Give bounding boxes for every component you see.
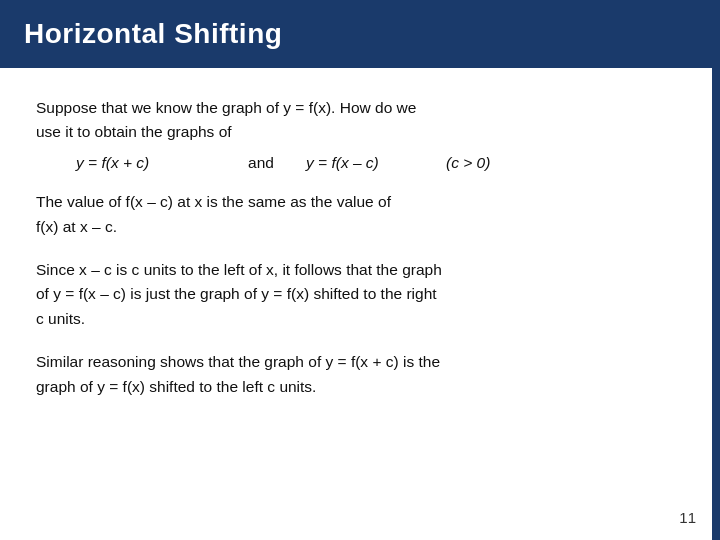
slide-title: Horizontal Shifting [24, 18, 282, 50]
para1-line1: The value of f(x – c) at x is the same a… [36, 193, 391, 210]
intro-line1: Suppose that we know the graph of y = f(… [36, 99, 416, 116]
formula-1: y = f(x + c) [76, 154, 216, 172]
paragraph-3: Similar reasoning shows that the graph o… [36, 350, 684, 400]
para2-line2: of y = f(x – c) is just the graph of y =… [36, 285, 437, 302]
para1-line2: f(x) at x – c. [36, 218, 117, 235]
condition: (c > 0) [446, 154, 490, 172]
right-border-decoration [712, 0, 720, 540]
formula-2: y = f(x – c) [306, 154, 436, 172]
title-bar: Horizontal Shifting [0, 0, 720, 68]
slide-number: 11 [679, 509, 696, 526]
intro-paragraph: Suppose that we know the graph of y = f(… [36, 96, 684, 144]
and-connector: and [216, 154, 306, 172]
para2-line3: c units. [36, 310, 85, 327]
para3-line1: Similar reasoning shows that the graph o… [36, 353, 440, 370]
formulas-row: y = f(x + c) and y = f(x – c) (c > 0) [76, 154, 684, 172]
intro-line2: use it to obtain the graphs of [36, 123, 232, 140]
paragraph-1: The value of f(x – c) at x is the same a… [36, 190, 684, 240]
paragraph-2: Since x – c is c units to the left of x,… [36, 258, 684, 332]
slide: Horizontal Shifting Suppose that we know… [0, 0, 720, 540]
para3-line2: graph of y = f(x) shifted to the left c … [36, 378, 316, 395]
content-area: Suppose that we know the graph of y = f(… [0, 68, 720, 438]
para2-line1: Since x – c is c units to the left of x,… [36, 261, 442, 278]
